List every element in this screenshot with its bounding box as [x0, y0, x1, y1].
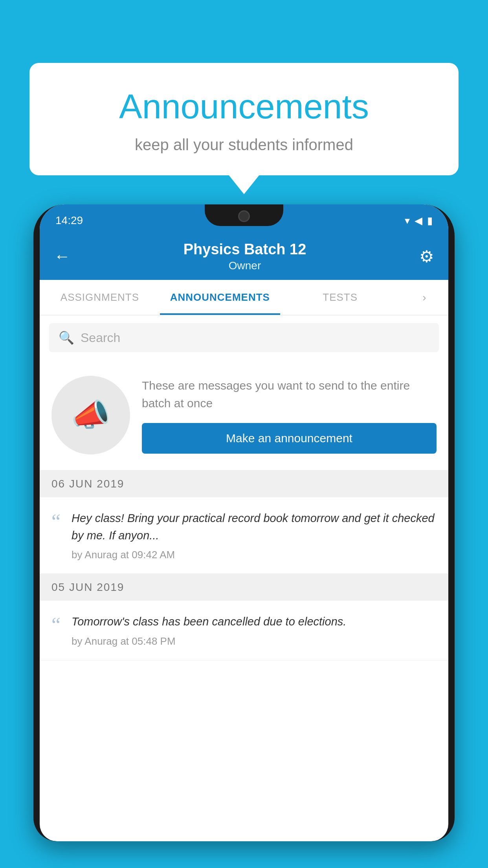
tabs-bar: ASSIGNMENTS ANNOUNCEMENTS TESTS ›: [40, 280, 448, 315]
tab-announcements[interactable]: ANNOUNCEMENTS: [160, 280, 280, 315]
speech-bubble: Announcements keep all your students inf…: [29, 63, 459, 175]
promo-right: These are messages you want to send to t…: [142, 377, 437, 454]
date-separator-2: 05 JUN 2019: [40, 574, 448, 601]
status-icons: ▾ ◀ ▮: [405, 215, 433, 227]
announcement-content-1: Hey class! Bring your practical record b…: [72, 510, 437, 561]
bubble-title: Announcements: [49, 86, 439, 127]
header-center: Physics Batch 12 Owner: [183, 241, 306, 272]
announcement-text-1: Hey class! Bring your practical record b…: [72, 510, 437, 544]
wifi-icon: ▾: [405, 215, 410, 227]
header-subtitle: Owner: [183, 259, 306, 272]
app-header: ← Physics Batch 12 Owner ⚙: [40, 233, 448, 280]
back-button[interactable]: ←: [54, 247, 70, 266]
phone-frame: 14:29 ▾ ◀ ▮ ← Physics Batch 12 Owner ⚙: [33, 204, 455, 841]
quote-icon-2: “: [51, 615, 61, 635]
status-time: 14:29: [55, 214, 83, 227]
announcement-content-2: Tomorrow's class has been cancelled due …: [72, 613, 437, 647]
announcement-item-1[interactable]: “ Hey class! Bring your practical record…: [40, 497, 448, 574]
make-announcement-button[interactable]: Make an announcement: [142, 423, 437, 454]
announcement-item-2[interactable]: “ Tomorrow's class has been cancelled du…: [40, 601, 448, 660]
announcement-meta-1: by Anurag at 09:42 AM: [72, 549, 437, 561]
phone-notch: [205, 204, 283, 226]
announcement-text-2: Tomorrow's class has been cancelled due …: [72, 613, 437, 631]
signal-icon: ◀: [415, 215, 422, 227]
battery-icon: ▮: [427, 215, 433, 227]
settings-icon[interactable]: ⚙: [419, 247, 434, 266]
announcement-meta-2: by Anurag at 05:48 PM: [72, 635, 437, 647]
megaphone-icon: 📣: [71, 397, 110, 434]
tab-tests[interactable]: TESTS: [280, 280, 400, 315]
speech-bubble-container: Announcements keep all your students inf…: [29, 63, 459, 175]
phone-wrapper: 14:29 ▾ ◀ ▮ ← Physics Batch 12 Owner ⚙: [33, 204, 455, 868]
tab-assignments[interactable]: ASSIGNMENTS: [40, 280, 160, 315]
tab-more-button[interactable]: ›: [400, 280, 448, 315]
promo-description: These are messages you want to send to t…: [142, 377, 437, 412]
phone-camera: [238, 210, 250, 222]
quote-icon-1: “: [51, 511, 61, 532]
search-bar-wrap: 🔍 Search: [40, 315, 448, 360]
promo-block: 📣 These are messages you want to send to…: [40, 360, 448, 471]
phone-screen: 14:29 ▾ ◀ ▮ ← Physics Batch 12 Owner ⚙: [40, 204, 448, 841]
search-input[interactable]: Search: [81, 331, 120, 345]
bubble-subtitle: keep all your students informed: [49, 136, 439, 154]
header-title: Physics Batch 12: [183, 241, 306, 258]
date-separator-1: 06 JUN 2019: [40, 471, 448, 497]
search-icon: 🔍: [59, 330, 74, 345]
search-bar[interactable]: 🔍 Search: [49, 323, 439, 352]
promo-icon-circle: 📣: [51, 376, 130, 454]
